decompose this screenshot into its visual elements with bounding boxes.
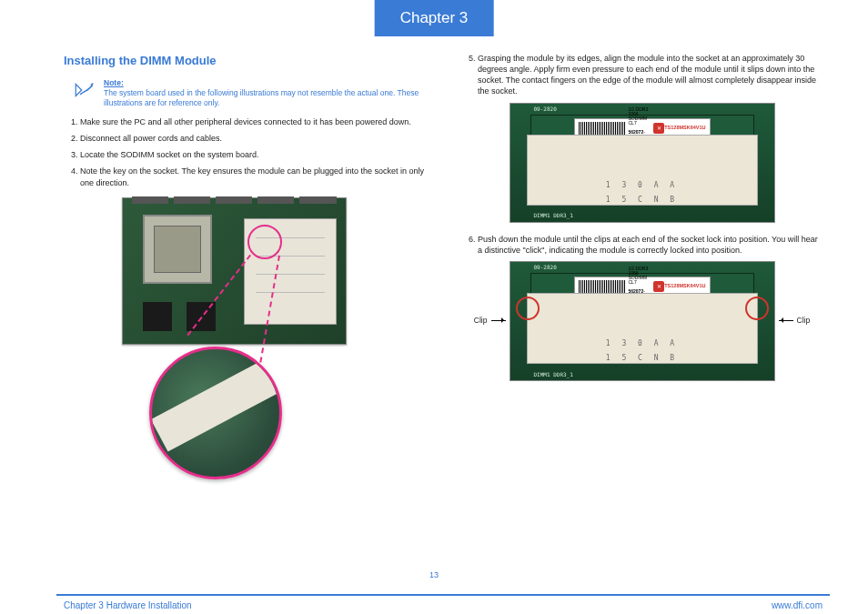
right-steps-list-2: Push down the module until the clips at … bbox=[461, 234, 823, 256]
footer-right-text: www.dfi.com bbox=[772, 600, 823, 610]
callout-circle-small bbox=[247, 225, 282, 259]
right-steps-list: Grasping the module by its edges, align … bbox=[461, 53, 823, 97]
barcode-icon bbox=[579, 122, 626, 135]
footer-left-text: Chapter 3 Hardware Installation bbox=[64, 600, 192, 610]
left-steps-list: Make sure the PC and all other periphera… bbox=[64, 116, 425, 188]
memory-photo-step6-row: Clip 09-2820 1G DDR3 1066 SODIMM CL7 562… bbox=[461, 261, 823, 381]
board-illustration bbox=[122, 197, 368, 479]
clip-callout-right bbox=[745, 297, 769, 320]
sticker-code: TS128MSK64V1U bbox=[664, 283, 705, 289]
callout-circle-zoom bbox=[149, 347, 282, 479]
note-label: Note: bbox=[104, 78, 124, 87]
list-item: Push down the module until the clips at … bbox=[478, 234, 823, 256]
sodimm-socket: 1 3 0 A A 1 5 C N B bbox=[527, 135, 758, 206]
svg-text:✕: ✕ bbox=[657, 283, 661, 289]
socket-text-2: 1 5 C N B bbox=[528, 354, 757, 364]
socket-text-1: 1 3 0 A A bbox=[528, 339, 757, 349]
clip-callout-left bbox=[516, 297, 540, 320]
right-column: Grasping the module by its edges, align … bbox=[461, 53, 823, 569]
note-icon bbox=[73, 78, 96, 105]
socket-text-2: 1 5 C N B bbox=[528, 196, 757, 206]
stamp-icon: ✕ bbox=[653, 281, 664, 292]
arrow-left-icon bbox=[779, 320, 793, 321]
pcb-silkscreen-bottom: DIMM1 DDR3_1 bbox=[534, 371, 573, 378]
clip-label-right: Clip bbox=[797, 316, 811, 326]
sodimm-socket: 1 3 0 A A 1 5 C N B bbox=[527, 293, 758, 364]
footer-divider bbox=[56, 594, 830, 596]
socket-text-1: 1 3 0 A A bbox=[528, 181, 757, 191]
pcb-silkscreen: 09-2820 bbox=[534, 106, 557, 113]
memory-photo-step5: 09-2820 1G DDR3 1066 SODIMM CL7 562072-0… bbox=[510, 103, 775, 223]
stamp-icon: ✕ bbox=[653, 123, 664, 134]
list-item: Disconnect all power cords and cables. bbox=[80, 133, 425, 144]
clip-label-left: Clip bbox=[474, 316, 488, 326]
note-box: Note: The system board used in the follo… bbox=[73, 78, 425, 109]
page-number: 13 bbox=[0, 570, 868, 579]
note-text: Note: The system board used in the follo… bbox=[104, 78, 425, 109]
list-item: Note the key on the socket. The key ensu… bbox=[80, 166, 425, 187]
sticker-line1: 1G DDR3 1066 SODIMM CL7 bbox=[629, 267, 651, 285]
barcode-icon bbox=[579, 280, 626, 293]
sticker-code: TS128MSK64V1U bbox=[664, 125, 705, 131]
list-item: Grasping the module by its edges, align … bbox=[478, 53, 823, 97]
arrow-right-icon bbox=[491, 320, 506, 321]
note-body: The system board used in the following i… bbox=[104, 88, 419, 107]
list-item: Make sure the PC and all other periphera… bbox=[80, 116, 425, 127]
system-board-image bbox=[122, 197, 347, 345]
svg-text:✕: ✕ bbox=[657, 125, 661, 131]
pcb-silkscreen-bottom: DIMM1 DDR3_1 bbox=[534, 212, 573, 219]
content-area: Installing the DIMM Module Note: The sys… bbox=[64, 53, 823, 569]
chapter-tab: Chapter 3 bbox=[375, 0, 494, 36]
left-column: Installing the DIMM Module Note: The sys… bbox=[64, 53, 425, 569]
pcb-silkscreen: 09-2820 bbox=[534, 264, 557, 271]
list-item: Locate the SODIMM socket on the system b… bbox=[80, 149, 425, 160]
section-title: Installing the DIMM Module bbox=[64, 53, 425, 69]
sticker-line1: 1G DDR3 1066 SODIMM CL7 bbox=[629, 107, 651, 126]
memory-photo-step6: 09-2820 1G DDR3 1066 SODIMM CL7 562072-0… bbox=[510, 261, 775, 381]
